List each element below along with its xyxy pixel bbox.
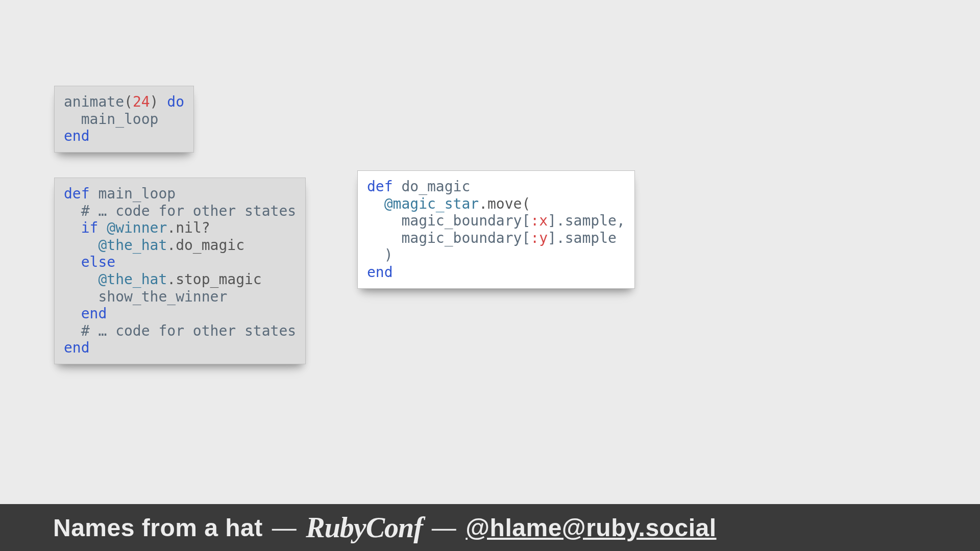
slide: animate(24) do main_loop end def main_lo… — [0, 0, 980, 551]
footer-logo: RubyConf — [306, 511, 423, 544]
code-block-main-loop: def main_loop # … code for other states … — [54, 178, 306, 364]
footer-bar: Names from a hat — RubyConf — @hlame@rub… — [0, 504, 980, 551]
code-block-animate: animate(24) do main_loop end — [54, 86, 194, 153]
footer-title: Names from a hat — [53, 514, 263, 542]
code-block-do-magic: def do_magic @magic_star.move( magic_bou… — [357, 170, 635, 289]
footer-dash: — — [272, 514, 297, 542]
footer-handle: @hlame@ruby.social — [465, 514, 716, 542]
footer-dash: — — [432, 514, 457, 542]
